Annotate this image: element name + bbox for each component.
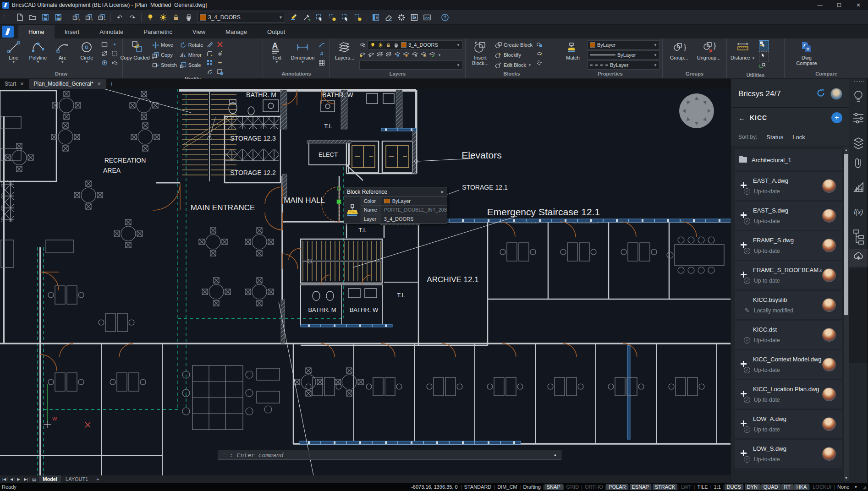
status-strack[interactable]: STRACK [653, 484, 678, 490]
layer-state-icon-4[interactable] [385, 51, 392, 59]
revcloud-tool-icon[interactable] [110, 59, 119, 67]
application-button[interactable] [2, 26, 14, 38]
ellipse-tool-icon[interactable] [100, 49, 109, 58]
stretch-button[interactable]: Stretch [152, 60, 177, 70]
layout-list-icon[interactable]: ▤ [31, 477, 38, 482]
mirror-button[interactable]: Mirror [180, 50, 203, 60]
help-button[interactable] [439, 12, 451, 23]
circle-button[interactable]: Circle▼ [76, 40, 98, 65]
polyline-button[interactable]: Polyline▼ [27, 40, 49, 65]
layer-plot-icon[interactable] [183, 12, 195, 23]
status-dropdown-icon[interactable]: ▼ [852, 485, 860, 490]
tab-insert[interactable]: Insert [55, 25, 90, 38]
distance-button[interactable]: Distance ▼ [730, 40, 756, 61]
layer-lock-icon[interactable] [170, 12, 182, 23]
scroll-down-icon[interactable]: ▼ [844, 475, 849, 481]
tab-annotate[interactable]: Annotate [89, 25, 133, 38]
command-expand-icon[interactable]: ▲ [553, 453, 557, 457]
tab-manage[interactable]: Manage [215, 25, 257, 38]
status-hka[interactable]: HKA [794, 484, 809, 490]
drawing-explorer-button[interactable] [370, 12, 382, 23]
attribute-edit-icon[interactable] [535, 49, 544, 58]
tab-home[interactable]: Home [18, 25, 55, 38]
file-row[interactable]: LOW_A.dwg ✓Up-to-date [735, 410, 842, 438]
insert-block-button[interactable]: InsertBlock... [468, 40, 492, 66]
settings-button[interactable] [396, 12, 407, 23]
add-layout-button[interactable]: + [93, 475, 103, 483]
rotate-button[interactable]: Rotate [180, 40, 203, 49]
undo-button[interactable]: ↶ [114, 12, 126, 23]
tooltip-close-icon[interactable]: ✕ [440, 190, 444, 195]
lineweight-dropdown[interactable]: ByLayer▼ [588, 50, 659, 60]
status-dimstyle[interactable]: DIM_CM [495, 484, 519, 490]
floorplan-drawing[interactable]: W [0, 89, 731, 475]
create-block-button[interactable]: Create Block [495, 40, 533, 49]
delete-tool-icon[interactable] [216, 40, 224, 49]
fillet-tool-icon[interactable] [206, 49, 214, 58]
minimize-button[interactable]: — [810, 0, 830, 10]
layer-state-icon-3[interactable] [377, 51, 383, 59]
select-fence-button[interactable] [339, 12, 351, 23]
last-layout-icon[interactable]: ▶| [23, 477, 30, 481]
status-workspace[interactable]: Drafting [521, 484, 543, 490]
trim-tool-icon[interactable] [206, 68, 214, 76]
text-button[interactable]: A Text▼ [266, 40, 288, 65]
next-layout-icon[interactable]: ▶ [16, 477, 22, 481]
file-row[interactable]: EAST_A.dwg ✓Up-to-date [735, 172, 842, 200]
break-tool-icon[interactable] [216, 59, 224, 67]
file-row[interactable]: KICC_Context Model.dwg ✓Up-to-date [735, 350, 842, 379]
tab-layout1[interactable]: LAYOUT1 [62, 475, 92, 483]
layer-state-icon-6[interactable] [403, 51, 409, 59]
selection-grip[interactable] [337, 200, 341, 204]
status-none[interactable]: None [835, 484, 852, 490]
scroll-up-icon[interactable]: ▲ [844, 147, 849, 153]
etransmit-button[interactable] [96, 12, 108, 23]
tab-output[interactable]: Output [257, 25, 295, 38]
select-mode-icon[interactable] [759, 40, 769, 50]
properties-panel-button[interactable] [408, 12, 420, 23]
status-lwt[interactable]: LWT [679, 484, 693, 490]
layer-dropdown[interactable]: 3_4_DOORS ▼ [198, 12, 285, 23]
layer-state-icon-5[interactable] [394, 51, 401, 59]
back-icon[interactable]: ← [738, 114, 745, 122]
close-icon[interactable]: ✕ [97, 81, 101, 87]
command-grip[interactable]: ⋮ [222, 453, 226, 458]
select-lasso-button[interactable] [352, 12, 364, 23]
status-grid[interactable]: GRID [564, 484, 582, 490]
match-properties-big-button[interactable]: Match [561, 40, 585, 60]
edit-block-button[interactable]: Edit Block▼ [495, 60, 533, 70]
prev-layout-icon[interactable]: ◀ [9, 477, 15, 481]
select-window-button[interactable] [313, 12, 325, 23]
redo-button[interactable]: ↷ [126, 12, 138, 23]
toolbar-grip[interactable]: ⋮⋮ [2, 14, 11, 20]
file-row[interactable]: LOW_S.dwg ✓Up-to-date [735, 440, 842, 468]
panel-scrollbar[interactable]: ▲ ▼ [844, 147, 849, 481]
status-rt[interactable]: RT [781, 484, 792, 490]
new-file-button[interactable] [14, 12, 26, 23]
sheet-set-icon[interactable] [854, 183, 863, 191]
file-row[interactable]: FRAME_S.dwg ✓Up-to-date [735, 231, 842, 260]
text-style-tool-icon[interactable]: A [318, 49, 326, 58]
dimension-button[interactable]: Dimension▼ [291, 40, 315, 65]
copy-guided-button[interactable]: Copy Guided ▼ [126, 40, 149, 61]
pedit-tool-icon[interactable] [216, 68, 224, 76]
layer-freeze-icon[interactable] [157, 12, 169, 23]
sort-status-button[interactable]: Status [766, 134, 783, 141]
file-row[interactable]: KICC.bsyslib ✎Locally modified [735, 291, 842, 319]
layer-on-icon[interactable] [144, 12, 156, 23]
status-polar[interactable]: POLAR [606, 484, 628, 490]
leader-tool-icon[interactable] [318, 40, 326, 49]
tab-plan-modified-general[interactable]: Plan_Modified_General*✕ [29, 79, 106, 89]
new-tab-button[interactable]: + [106, 79, 117, 89]
match-properties-button[interactable] [288, 12, 300, 23]
attachments-icon[interactable] [856, 159, 860, 168]
status-ducs[interactable]: DUCS [725, 484, 743, 490]
status-dyn[interactable]: DYN [745, 484, 760, 490]
status-snap[interactable]: SNAP [544, 484, 563, 490]
rectangle-tool-icon[interactable] [100, 40, 109, 49]
sort-lock-button[interactable]: Lock [792, 134, 805, 141]
hierarchy-icon[interactable] [854, 230, 863, 244]
dwg-compare-button[interactable]: AB DwgCompare [793, 40, 820, 66]
ribbon-layer-dropdown[interactable]: 3_4_DOORS ▼ [368, 40, 462, 49]
clean-button[interactable] [383, 12, 395, 23]
